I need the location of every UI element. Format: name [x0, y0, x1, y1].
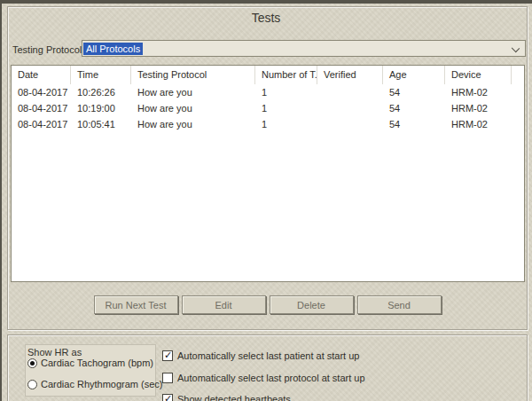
radio-label: Cardiac Rhythmogram (sec)	[41, 379, 163, 389]
table-header-row: Date Time Testing Protocol Number of T..…	[12, 66, 524, 84]
checkbox-label: Show detected heartbeats	[177, 394, 291, 401]
action-button-row: Run Next Test Edit Delete Send	[7, 295, 528, 314]
cell-device: HRM-02	[445, 84, 512, 100]
edit-button[interactable]: Edit	[182, 295, 266, 314]
page-title: Tests	[0, 11, 532, 25]
column-header-time[interactable]: Time	[71, 66, 131, 84]
table-row[interactable]: 08-04-2017 10:19:00 How are you 1 54 HRM…	[12, 100, 524, 116]
column-header-device[interactable]: Device	[445, 66, 512, 84]
cell-date: 08-04-2017	[12, 84, 71, 100]
cell-number-of-tests: 1	[255, 100, 317, 116]
radio-label: Cardiac Tachogram (bpm)	[41, 358, 153, 368]
cell-verified	[317, 100, 383, 116]
radio-cardiac-rhythmogram[interactable]: Cardiac Rhythmogram (sec)	[27, 379, 163, 389]
radio-cardiac-tachogram[interactable]: Cardiac Tachogram (bpm)	[27, 358, 153, 368]
cell-number-of-tests: 1	[255, 116, 317, 132]
window-frame-top	[0, 0, 532, 4]
cell-date: 08-04-2017	[12, 116, 71, 132]
tests-table: Date Time Testing Protocol Number of T..…	[11, 65, 525, 282]
cell-testing-protocol: How are you	[131, 116, 255, 132]
checkbox-select-last-patient[interactable]: Automatically select last patient at sta…	[162, 350, 359, 361]
send-button[interactable]: Send	[357, 295, 442, 314]
cell-device: HRM-02	[445, 100, 512, 116]
checkbox-show-detected-heartbeats[interactable]: Show detected heartbeats	[162, 394, 291, 401]
cell-age: 54	[383, 100, 445, 116]
cell-date: 08-04-2017	[12, 100, 71, 116]
table-row[interactable]: 08-04-2017 10:05:41 How are you 1 54 HRM…	[12, 116, 524, 132]
cell-number-of-tests: 1	[255, 84, 317, 100]
window-frame-left	[0, 0, 2, 401]
cell-verified	[317, 84, 383, 100]
column-header-verified[interactable]: Verified	[317, 66, 383, 84]
checkbox-icon	[162, 394, 173, 401]
chevron-down-icon	[512, 44, 520, 52]
checkbox-select-last-protocol[interactable]: Automatically select last protocol at st…	[162, 373, 365, 383]
cell-time: 10:19:00	[71, 100, 131, 116]
radio-button-icon	[27, 358, 37, 368]
combobox-selected-value: All Protocols	[83, 43, 143, 55]
cell-verified	[317, 116, 383, 132]
cell-age: 54	[383, 116, 445, 132]
radio-button-icon	[27, 380, 37, 389]
testing-protocol-combobox[interactable]: All Protocols	[82, 40, 526, 57]
show-hr-as-label: Show HR as	[27, 347, 155, 358]
testing-protocol-label: Testing Protocol:	[12, 44, 84, 55]
column-header-number-of-tests[interactable]: Number of T...	[255, 66, 317, 84]
checkbox-label: Automatically select last patient at sta…	[177, 350, 359, 361]
cell-testing-protocol: How are you	[131, 100, 255, 116]
cell-age: 54	[383, 84, 445, 100]
cell-testing-protocol: How are you	[131, 84, 255, 100]
checkbox-icon	[162, 373, 173, 383]
run-next-test-button[interactable]: Run Next Test	[94, 295, 178, 314]
column-header-age[interactable]: Age	[383, 66, 445, 84]
column-header-testing-protocol[interactable]: Testing Protocol	[131, 66, 255, 84]
table-header-filler	[512, 66, 524, 84]
cell-device: HRM-02	[445, 116, 512, 132]
delete-button[interactable]: Delete	[270, 295, 354, 314]
checkbox-icon	[162, 350, 173, 361]
cell-time: 10:26:26	[71, 84, 131, 100]
tests-dialog: { "window": { "title": "Tests" }, "proto…	[0, 0, 532, 401]
table-row[interactable]: 08-04-2017 10:26:26 How are you 1 54 HRM…	[12, 84, 524, 100]
column-header-date[interactable]: Date	[12, 66, 71, 84]
checkbox-label: Automatically select last protocol at st…	[177, 373, 365, 383]
cell-time: 10:05:41	[71, 116, 131, 132]
